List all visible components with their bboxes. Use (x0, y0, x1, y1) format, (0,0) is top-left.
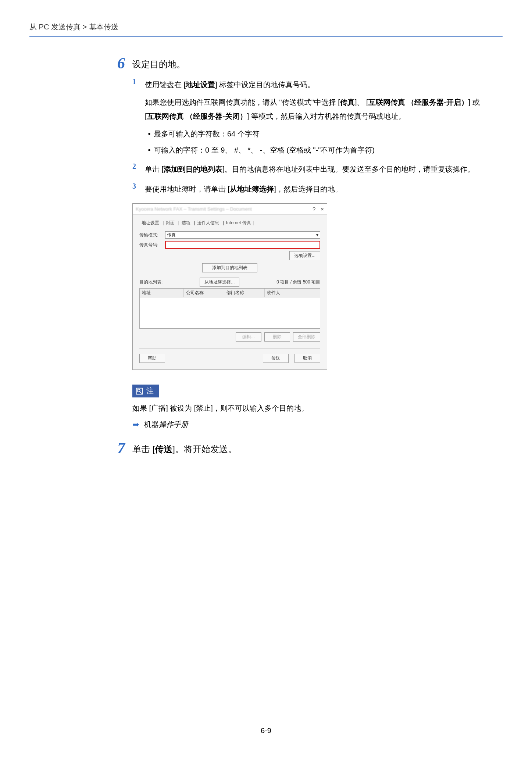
svg-line-2 (140, 391, 142, 393)
substep-1-para2: 如果您使用选购件互联网传真功能，请从 "传送模式"中选择 [传真]、 [互联网传… (132, 95, 489, 123)
dialog-titlebar: Kyocera Network FAX – Transmit Settings … (133, 204, 327, 215)
help-button[interactable]: 帮助 (139, 354, 165, 363)
step-7-title: 单击 [传送]。将开始发送。 (132, 440, 237, 455)
add-to-list-button[interactable]: 添加到目的地列表 (202, 263, 257, 272)
th-recipient: 收件人 (265, 289, 320, 297)
from-address-book-button[interactable]: 从地址簿选择... (200, 278, 239, 287)
note-header: 注 (132, 385, 159, 397)
bullet-1: • 最多可输入的字符数：64 个字符 (145, 128, 489, 140)
transmit-settings-dialog: Kyocera Network FAX – Transmit Settings … (132, 203, 327, 370)
tab-address[interactable]: 地址设置 (139, 219, 161, 226)
th-address: 地址 (140, 289, 184, 297)
page-number: 6-9 (0, 726, 532, 735)
step-number-7: 7 (103, 440, 125, 456)
substep-1: 1 使用键盘在 [地址设置] 标签中设定目的地传真号码。 (132, 78, 489, 92)
tab-options[interactable]: 选项 (179, 219, 193, 226)
breadcrumb: 从 PC 发送传真 > 基本传送 (29, 22, 503, 37)
note-body: 如果 [广播] 被设为 [禁止]，则不可以输入多个目的地。 (132, 401, 489, 415)
item-count: 0 项目 / 余留 500 项目 (276, 279, 320, 285)
substep-number-2: 2 (132, 162, 141, 171)
destination-table[interactable]: 地址 公司名称 部门名称 收件人 (139, 288, 320, 329)
dialog-tabs: 地址设置 |封面 |选项 |送件人信息 |Internet 传真| (139, 220, 320, 226)
send-button[interactable]: 传送 (263, 354, 289, 363)
note-icon (135, 387, 143, 395)
note-block: 注 如果 [广播] 被设为 [禁止]，则不可以输入多个目的地。 ➡ 机器操作手册 (132, 385, 489, 429)
substep-3-text: 要使用地址簿时，请单击 [从地址簿选择]，然后选择目的地。 (145, 182, 342, 196)
substep-2: 2 单击 [添加到目的地列表]。目的地信息将在地址列表中出现。要发送至多个目的地… (132, 162, 489, 176)
tab-internet-fax[interactable]: Internet 传真 (224, 219, 253, 226)
step-6-header: 6 设定目的地。 (103, 56, 489, 71)
svg-point-1 (138, 389, 140, 392)
mode-select[interactable]: 传真 ▾ (165, 231, 320, 239)
faxno-label: 传真号码: (139, 242, 165, 248)
substep-number-1: 1 (132, 78, 141, 86)
step-number-6: 6 (103, 56, 125, 71)
option-settings-button[interactable]: 选项设置... (289, 251, 320, 260)
tab-cover[interactable]: 封面 (164, 219, 177, 226)
substep-3: 3 要使用地址簿时，请单击 [从地址簿选择]，然后选择目的地。 (132, 182, 489, 196)
step-6-title: 设定目的地。 (132, 56, 185, 70)
step-7-header: 7 单击 [传送]。将开始发送。 (103, 440, 489, 456)
substep-2-text: 单击 [添加到目的地列表]。目的地信息将在地址列表中出现。要发送至多个目的地时，… (145, 162, 475, 176)
substep-number-3: 3 (132, 182, 141, 190)
reference-row: ➡ 机器操作手册 (132, 419, 489, 429)
chevron-down-icon: ▾ (316, 232, 318, 238)
close-icon[interactable]: × (321, 206, 324, 212)
tab-sender[interactable]: 送件人信息 (195, 219, 221, 226)
bullet-2: • 可输入的字符：0 至 9、 #、 *、 -、空格 (空格或 "-"不可作为首… (145, 144, 489, 156)
arrow-right-icon: ➡ (132, 420, 139, 429)
cancel-button[interactable]: 取消 (294, 354, 320, 363)
dialog-title: Kyocera Network FAX – Transmit Settings … (136, 206, 252, 212)
mode-label: 传输模式: (139, 232, 165, 238)
edit-button[interactable]: 编辑... (236, 332, 261, 342)
fax-number-input[interactable] (165, 241, 320, 249)
th-company: 公司名称 (184, 289, 224, 297)
list-label: 目的地列表: (139, 279, 163, 285)
delete-all-button[interactable]: 全部删除 (293, 332, 320, 342)
delete-button[interactable]: 删除 (264, 332, 290, 342)
substep-1-text: 使用键盘在 [地址设置] 标签中设定目的地传真号码。 (145, 78, 315, 92)
help-icon[interactable]: ? (313, 206, 315, 212)
th-dept: 部门名称 (224, 289, 265, 297)
